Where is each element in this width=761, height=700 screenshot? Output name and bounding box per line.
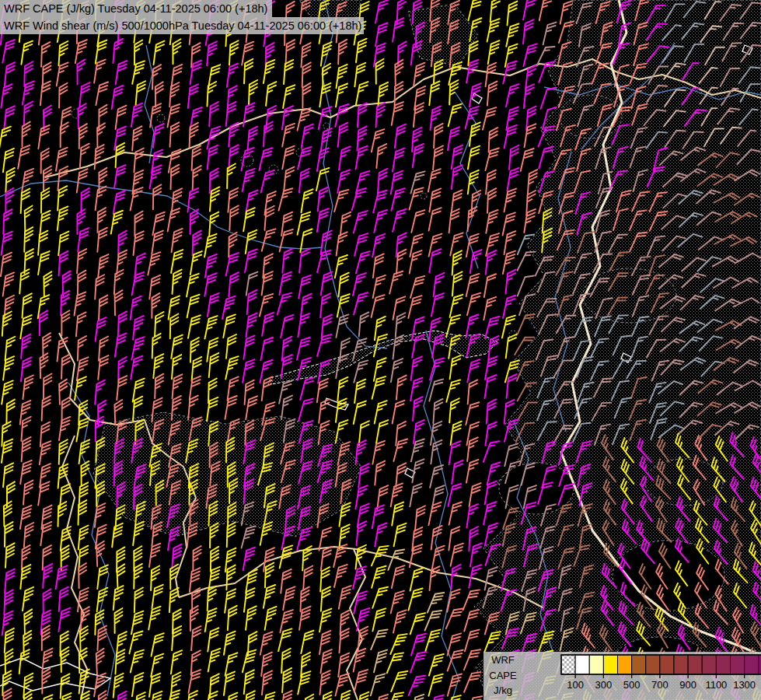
weather-map-page: WRF CAPE (J/kg) Tuesday 04-11-2025 06:00… (0, 0, 761, 700)
legend-cell (745, 655, 759, 674)
legend-cell (618, 655, 632, 674)
legend-label-block: WRF CAPE J/kg (483, 652, 522, 700)
legend-cell (589, 655, 603, 674)
legend-cell (702, 655, 716, 674)
legend-cell (575, 655, 589, 674)
legend-tick-label: 100 (567, 679, 584, 691)
legend-tick-label: 500 (623, 679, 641, 691)
map-title-cape: WRF CAPE (J/kg) Tuesday 04-11-2025 06:00… (0, 0, 272, 17)
weather-map-canvas (0, 0, 761, 700)
legend-cell (716, 655, 730, 674)
legend-tick-label: 1300 (733, 679, 756, 691)
legend-cell (646, 655, 660, 674)
legend-cell (660, 655, 674, 674)
legend-label-unit: J/kg (483, 684, 522, 697)
legend-tick-label: 700 (651, 679, 668, 691)
legend-label-wrf: WRF (483, 654, 522, 667)
legend-cell (603, 655, 617, 674)
map-title-windshear: WRF Wind shear (m/s) 500/1000hPa Tuesday… (0, 17, 364, 34)
legend-cell-checkered (561, 655, 575, 674)
legend-cell (688, 655, 702, 674)
legend-cell (731, 655, 745, 674)
legend-cell (674, 655, 688, 674)
legend-tick-label: 300 (595, 679, 613, 691)
legend-label-cape: CAPE (483, 670, 522, 682)
legend-tick-label: 1100 (705, 679, 727, 691)
legend-tick-label: 900 (679, 679, 696, 691)
cape-color-legend: WRF CAPE J/kg 10030050070090011001300150… (483, 652, 761, 700)
legend-cell (632, 655, 646, 674)
legend-colorbar: 100300500700900110013001500 (522, 652, 761, 700)
